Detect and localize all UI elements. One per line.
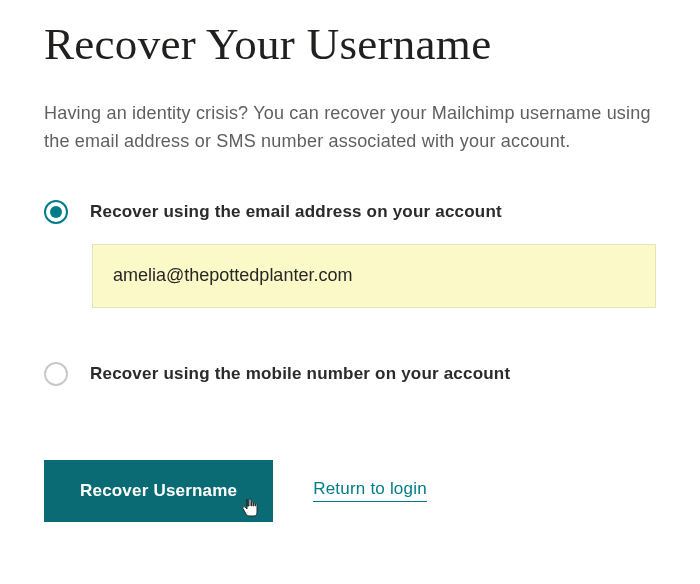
option-email-label[interactable]: Recover using the email address on your … (90, 202, 502, 222)
option-email-row: Recover using the email address on your … (44, 200, 656, 224)
page-title: Recover Your Username (44, 18, 656, 70)
recover-username-button-label: Recover Username (80, 481, 237, 500)
radio-email[interactable] (44, 200, 68, 224)
email-input[interactable] (92, 244, 656, 308)
return-to-login-link[interactable]: Return to login (313, 479, 427, 502)
email-input-wrap (92, 244, 656, 308)
recover-username-button[interactable]: Recover Username (44, 460, 273, 522)
cursor-pointer-icon (241, 496, 261, 518)
option-mobile-row: Recover using the mobile number on your … (44, 362, 656, 386)
radio-mobile[interactable] (44, 362, 68, 386)
intro-text: Having an identity crisis? You can recov… (44, 100, 656, 156)
option-mobile-label[interactable]: Recover using the mobile number on your … (90, 364, 510, 384)
actions-row: Recover Username Return to login (44, 460, 656, 522)
